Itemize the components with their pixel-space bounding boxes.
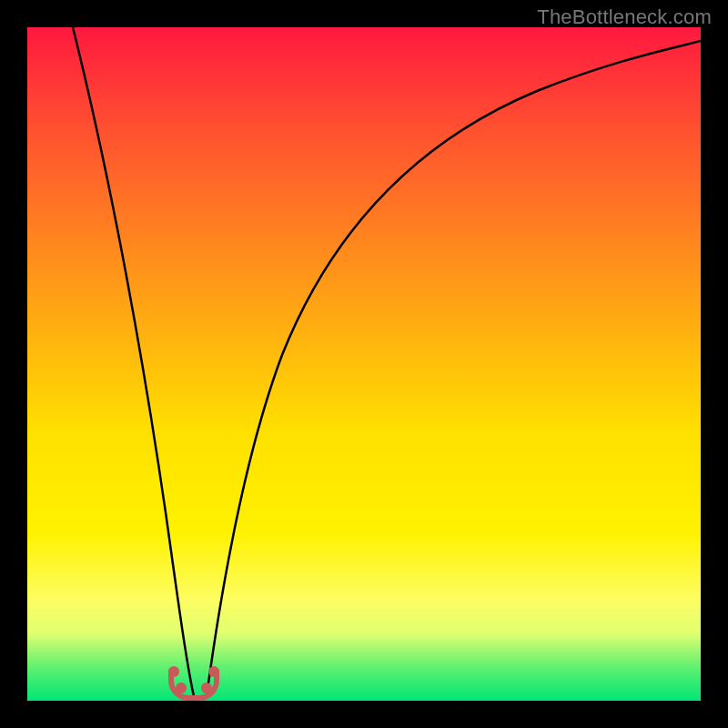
dip-dot (168, 666, 179, 677)
dip-dot (208, 666, 219, 677)
curve-svg (27, 27, 701, 701)
curve-left (73, 27, 194, 696)
dip-dot (201, 682, 212, 693)
dip-highlight (168, 670, 219, 701)
watermark-text: TheBottleneck.com (537, 5, 712, 29)
curve-right (207, 41, 701, 696)
dip-dot (176, 682, 187, 693)
chart-frame (27, 27, 701, 701)
